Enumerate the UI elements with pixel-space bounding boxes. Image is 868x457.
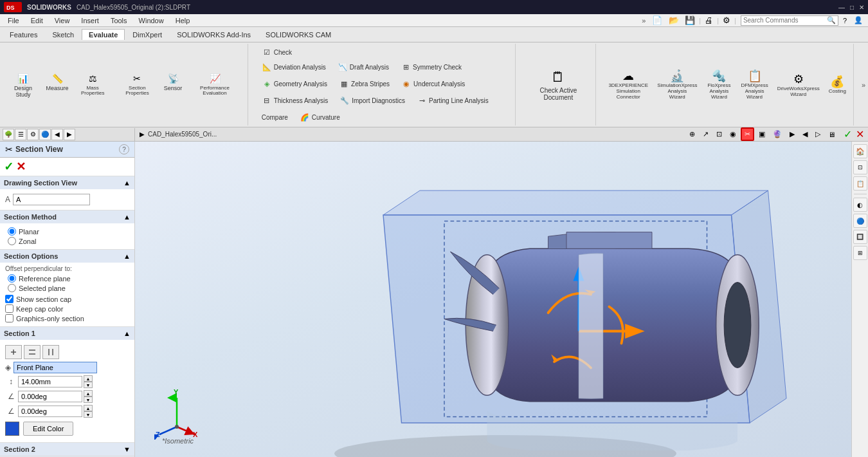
drawing-section-header[interactable]: Drawing Section View ▲ bbox=[0, 176, 134, 189]
tab-addins[interactable]: SOLIDWORKS Add-Ins bbox=[170, 29, 258, 40]
section-name-input[interactable] bbox=[13, 194, 90, 205]
measure-btn[interactable]: 📏 Measure bbox=[44, 70, 71, 100]
clipboard-btn[interactable]: 📋 bbox=[853, 176, 867, 191]
check-btn[interactable]: ☑ Check bbox=[257, 45, 296, 59]
vp-cancel-icon[interactable]: ✕ bbox=[854, 128, 865, 140]
open-icon[interactable]: 📂 bbox=[667, 15, 681, 26]
insert-menu[interactable]: Insert bbox=[76, 15, 104, 26]
angle2-down-btn[interactable]: ▼ bbox=[84, 411, 93, 418]
property-tab[interactable]: ☰ bbox=[15, 129, 26, 140]
3dexp-btn[interactable]: ☁ 3DEXPERIENCESimulationConnector bbox=[605, 67, 651, 102]
undercut-analysis-btn[interactable]: ◉ Undercut Analysis bbox=[397, 77, 469, 91]
zoom-fit-btn[interactable]: ⊡ bbox=[853, 160, 867, 174]
tab-cam[interactable]: SOLIDWORKS CAM bbox=[258, 29, 338, 40]
3d-tab[interactable]: 🔵 bbox=[39, 129, 51, 140]
menu-arrow[interactable]: » bbox=[642, 17, 646, 24]
vp-render-btn[interactable]: 🔮 bbox=[770, 128, 785, 140]
mass-properties-btn[interactable]: ⚖ Mass Properties bbox=[72, 70, 113, 100]
performance-evaluation-btn[interactable]: 📈 Performance Evaluation bbox=[186, 70, 243, 100]
scene-btn[interactable]: 🔲 bbox=[853, 230, 867, 244]
tab-evaluate[interactable]: Evaluate bbox=[82, 29, 125, 40]
distance-input[interactable] bbox=[18, 376, 82, 387]
section-options-header[interactable]: Section Options ▲ bbox=[0, 250, 134, 263]
print-icon[interactable]: 🖨 bbox=[703, 15, 715, 26]
vp-ok-icon[interactable]: ✓ bbox=[842, 128, 853, 140]
dfmxpress-btn[interactable]: 📋 DFMXpressAnalysisWizard bbox=[737, 67, 771, 102]
section-view-btn[interactable]: ✂ bbox=[741, 127, 754, 141]
flexxpress-btn[interactable]: 🔩 FloXpressAnalysisWizard bbox=[703, 67, 735, 102]
feature-tree-tab[interactable]: 🌳 bbox=[3, 129, 14, 140]
expand-tree-btn[interactable]: ▶ bbox=[138, 130, 147, 138]
angle1-input[interactable] bbox=[18, 391, 82, 402]
angle2-up-btn[interactable]: ▲ bbox=[84, 405, 93, 411]
distance-down-btn[interactable]: ▼ bbox=[84, 382, 93, 388]
edit-menu[interactable]: Edit bbox=[26, 15, 48, 26]
section-btn-1[interactable] bbox=[5, 345, 22, 359]
deviation-analysis-btn[interactable]: 📐 Deviation Analysis bbox=[257, 60, 330, 74]
home-view-btn[interactable]: 🏠 bbox=[853, 144, 867, 158]
thickness-analysis-btn[interactable]: ⊟ Thickness Analysis bbox=[257, 93, 332, 107]
view-menu[interactable]: View bbox=[50, 15, 75, 26]
search-icon[interactable]: 🔍 bbox=[825, 16, 838, 24]
reference-plane-radio[interactable] bbox=[8, 274, 16, 283]
check-active-btn[interactable]: Check Active Document bbox=[526, 87, 590, 101]
file-menu[interactable]: File bbox=[3, 15, 24, 26]
shading-btn[interactable]: ◐ bbox=[853, 198, 867, 212]
display-tab[interactable]: ◀ bbox=[51, 129, 63, 140]
costing-btn[interactable]: 💰 Costing bbox=[826, 73, 849, 97]
section-btn-3[interactable] bbox=[42, 345, 59, 359]
help-icon-btn[interactable]: ? bbox=[840, 16, 849, 25]
close-btn[interactable]: ✕ bbox=[859, 4, 864, 11]
import-diagnostics-btn[interactable]: 🔧 Import Diagnostics bbox=[335, 93, 410, 107]
vp-monitor-btn[interactable]: 🖥 bbox=[825, 129, 838, 140]
graphics-only-check[interactable] bbox=[5, 314, 14, 322]
tab-features[interactable]: Features bbox=[3, 29, 44, 40]
cancel-btn[interactable]: ✕ bbox=[16, 160, 26, 174]
shadows-btn[interactable]: ⊞ bbox=[853, 246, 867, 260]
distance-up-btn[interactable]: ▲ bbox=[84, 375, 93, 382]
tab-sketch[interactable]: Sketch bbox=[45, 29, 81, 40]
section-properties-btn[interactable]: ✂ Section Properties bbox=[114, 70, 160, 100]
vp-orient-btn[interactable]: ⊕ bbox=[686, 128, 698, 140]
help-menu[interactable]: Help bbox=[170, 15, 195, 26]
parting-line-btn[interactable]: ⊸ Parting Line Analysis bbox=[412, 93, 493, 107]
selected-plane-radio[interactable] bbox=[8, 284, 16, 292]
vp-display-btn[interactable]: ⊡ bbox=[713, 128, 725, 140]
user-icon[interactable]: 👤 bbox=[851, 15, 865, 25]
vp-scene-btn[interactable]: ▶ bbox=[786, 128, 798, 140]
curvature-btn[interactable]: 🌈 Curvature bbox=[295, 110, 345, 124]
minimize-btn[interactable]: — bbox=[838, 4, 845, 11]
vp-more-btn[interactable]: ▣ bbox=[755, 128, 768, 140]
zonal-radio[interactable] bbox=[8, 237, 16, 245]
ribbon-expand-btn[interactable]: » bbox=[859, 44, 868, 126]
ok-btn[interactable]: ✓ bbox=[4, 160, 14, 174]
save-icon[interactable]: 💾 bbox=[683, 15, 697, 26]
window-menu[interactable]: Window bbox=[134, 15, 169, 26]
panel-help-icon[interactable]: ? bbox=[119, 144, 129, 154]
keep-cap-color-check[interactable] bbox=[5, 304, 14, 313]
vp-hide-btn[interactable]: ◉ bbox=[727, 128, 739, 140]
zebra-stripes-btn[interactable]: ▦ Zebra Stripes bbox=[334, 77, 394, 91]
maximize-btn[interactable]: □ bbox=[850, 4, 854, 11]
simxpress-btn[interactable]: 🔬 SimulationXpressAnalysisWizard bbox=[654, 67, 700, 102]
draft-analysis-btn[interactable]: 📉 Draft Analysis bbox=[333, 60, 393, 74]
section-btn-2[interactable] bbox=[24, 345, 41, 359]
planar-radio[interactable] bbox=[8, 227, 16, 236]
vp-view-btn[interactable]: ↗ bbox=[700, 128, 712, 140]
sensor-btn[interactable]: 📡 Sensor bbox=[161, 70, 185, 100]
driveworks-btn[interactable]: ⚙ DriveWorksXpressWizard bbox=[774, 70, 823, 100]
design-study-btn[interactable]: 📊 Design Study bbox=[4, 70, 42, 100]
angle2-input[interactable] bbox=[18, 406, 82, 417]
config-tab[interactable]: ⚙ bbox=[27, 129, 39, 140]
new-icon[interactable]: 📄 bbox=[649, 14, 665, 26]
vp-back-btn[interactable]: ▷ bbox=[812, 128, 824, 140]
compare-btn[interactable]: Compare bbox=[257, 112, 293, 123]
section-method-header[interactable]: Section Method ▲ bbox=[0, 210, 134, 223]
symmetry-check-btn[interactable]: ⊞ Symmetry Check bbox=[396, 60, 466, 74]
edit-color-btn[interactable]: Edit Color bbox=[23, 422, 73, 436]
tools-menu[interactable]: Tools bbox=[105, 15, 132, 26]
angle1-down-btn[interactable]: ▼ bbox=[84, 396, 93, 403]
settings-icon[interactable]: ⚙ bbox=[721, 15, 732, 26]
vp-motion-btn[interactable]: ◀ bbox=[799, 128, 811, 140]
search-input[interactable] bbox=[741, 16, 825, 25]
